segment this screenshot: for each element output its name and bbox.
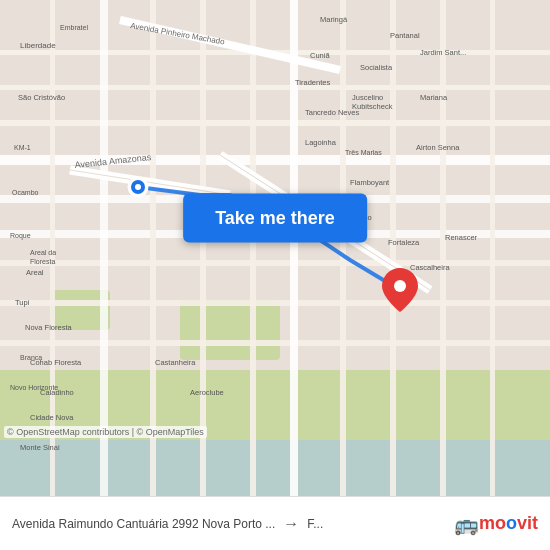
svg-text:Maringá: Maringá <box>320 15 348 24</box>
app-container: Avenida Amazonas Avenida Pinheiro Machad… <box>0 0 550 550</box>
svg-rect-20 <box>390 0 396 496</box>
svg-text:Nova Floresta: Nova Floresta <box>25 323 73 332</box>
map-container: Avenida Amazonas Avenida Pinheiro Machad… <box>0 0 550 496</box>
svg-text:Embratel: Embratel <box>60 24 88 31</box>
svg-rect-12 <box>0 85 550 90</box>
svg-text:Tupi: Tupi <box>15 298 30 307</box>
svg-rect-17 <box>250 0 256 496</box>
svg-text:Pantanal: Pantanal <box>390 31 420 40</box>
svg-rect-18 <box>290 0 298 496</box>
svg-rect-14 <box>100 0 108 496</box>
footer-address: Avenida Raimundo Cantuária 2992 Nova Por… <box>12 517 275 531</box>
svg-text:Kubitscheck: Kubitscheck <box>352 102 393 111</box>
svg-rect-16 <box>200 0 206 496</box>
svg-text:Monte Sinai: Monte Sinai <box>20 443 60 452</box>
svg-rect-22 <box>490 0 495 496</box>
svg-rect-9 <box>0 300 550 306</box>
moovit-wordmark: moovit <box>479 513 538 534</box>
svg-text:Tiradentes: Tiradentes <box>295 78 330 87</box>
map-svg: Avenida Amazonas Avenida Pinheiro Machad… <box>0 0 550 496</box>
svg-rect-21 <box>440 0 446 496</box>
svg-text:Juscelino: Juscelino <box>352 93 383 102</box>
svg-text:Cuniã: Cuniã <box>310 51 330 60</box>
svg-rect-19 <box>340 0 346 496</box>
svg-text:KM-1: KM-1 <box>14 144 31 151</box>
moovit-logo: 🚌 moovit <box>454 512 538 536</box>
svg-text:Flamboyant: Flamboyant <box>350 178 390 187</box>
svg-text:Airton Senna: Airton Senna <box>416 143 460 152</box>
svg-text:Mariana: Mariana <box>420 93 448 102</box>
osm-attribution: © OpenStreetMap contributors | © OpenMap… <box>4 426 207 438</box>
footer-arrow-icon: → <box>283 515 299 533</box>
svg-text:Jardim Sant...: Jardim Sant... <box>420 48 466 57</box>
svg-rect-15 <box>150 0 156 496</box>
svg-text:Ocambo: Ocambo <box>12 189 39 196</box>
svg-text:Liberdade: Liberdade <box>20 41 56 50</box>
svg-text:Castanheira: Castanheira <box>155 358 196 367</box>
svg-point-70 <box>135 184 141 190</box>
svg-text:Cascalheira: Cascalheira <box>410 263 450 272</box>
svg-text:Lagoinha: Lagoinha <box>305 138 337 147</box>
svg-text:São Cristóvão: São Cristóvão <box>18 93 65 102</box>
svg-rect-2 <box>180 300 280 360</box>
svg-text:Aeroclube: Aeroclube <box>190 388 224 397</box>
footer-destination: F... <box>307 517 323 531</box>
svg-text:Cidade Nova: Cidade Nova <box>30 413 74 422</box>
svg-text:Socialista: Socialista <box>360 63 393 72</box>
svg-rect-4 <box>0 440 550 496</box>
svg-text:Roque: Roque <box>10 232 31 240</box>
svg-text:Fortaleza: Fortaleza <box>388 238 420 247</box>
svg-rect-8 <box>0 260 550 266</box>
svg-text:Renascer: Renascer <box>445 233 478 242</box>
footer-route-info: Avenida Raimundo Cantuária 2992 Nova Por… <box>12 515 454 533</box>
svg-text:Três Marlas: Três Marlas <box>345 149 382 156</box>
take-me-there-button[interactable]: Take me there <box>183 194 367 243</box>
svg-point-71 <box>394 280 406 292</box>
svg-rect-11 <box>0 120 550 126</box>
svg-rect-10 <box>0 340 550 346</box>
svg-text:Areal: Areal <box>26 268 44 277</box>
svg-text:Novo Horizonte: Novo Horizonte <box>10 384 58 391</box>
svg-text:Branca: Branca <box>20 354 42 361</box>
svg-text:Areal da: Areal da <box>30 249 56 256</box>
svg-text:Floresta: Floresta <box>30 258 55 265</box>
footer-bar: Avenida Raimundo Cantuária 2992 Nova Por… <box>0 496 550 550</box>
